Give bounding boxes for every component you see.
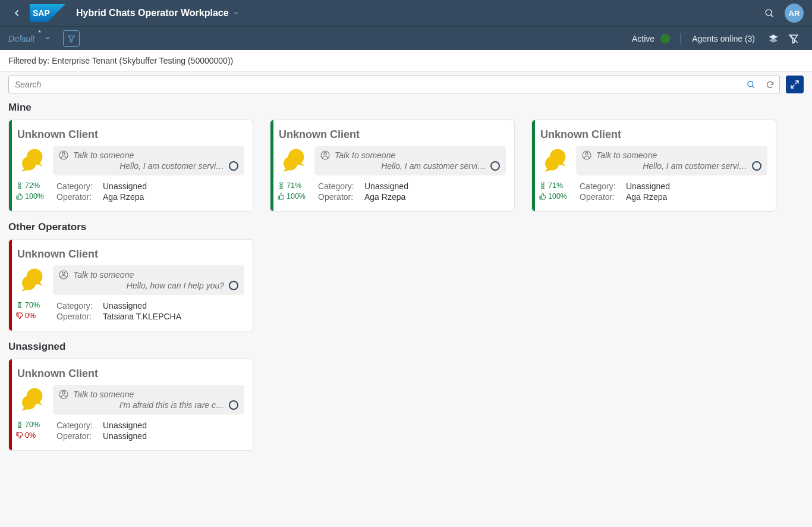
message-preview-box: Talk to someone Hello, I am customer ser… bbox=[314, 146, 506, 175]
svg-point-19 bbox=[324, 152, 326, 155]
operator-value: Aga Rzepa bbox=[626, 192, 667, 202]
timer-metric: 70% bbox=[16, 301, 51, 309]
category-label: Category: bbox=[318, 181, 361, 191]
hourglass-icon bbox=[16, 182, 23, 189]
card-meta: Category:Unassigned Operator:Aga Rzepa bbox=[318, 181, 506, 203]
svg-point-30 bbox=[22, 396, 36, 409]
hourglass-icon bbox=[539, 182, 546, 189]
svg-point-9 bbox=[747, 81, 753, 86]
status-label[interactable]: Active bbox=[632, 34, 654, 43]
category-value: Unassigned bbox=[103, 301, 147, 310]
talk-label: Talk to someone bbox=[73, 390, 134, 399]
status-stripe bbox=[270, 120, 273, 211]
svg-point-2 bbox=[766, 10, 772, 15]
chat-card[interactable]: Unknown Client Talk to someone He bbox=[8, 239, 253, 331]
message-preview-text: Hello, I am customer servi… bbox=[582, 161, 752, 171]
section-other: Other Operators Unknown Client Talk to s… bbox=[0, 217, 812, 336]
unread-indicator-icon bbox=[229, 400, 238, 410]
card-meta: Category:Unassigned Operator:Tatsiana T.… bbox=[56, 301, 244, 322]
sap-logo: SAP bbox=[30, 4, 65, 22]
hourglass-icon bbox=[16, 302, 23, 309]
thumbs-metric: 100% bbox=[278, 192, 312, 200]
back-button[interactable] bbox=[8, 4, 26, 22]
status-stripe bbox=[9, 120, 12, 211]
unread-indicator-icon bbox=[229, 161, 238, 171]
card-title: Unknown Client bbox=[279, 128, 506, 141]
chat-card[interactable]: Unknown Client Talk to someone I' bbox=[8, 359, 253, 451]
user-avatar[interactable]: AR bbox=[785, 4, 804, 23]
card-row: Unknown Client Talk to someone He bbox=[8, 239, 804, 331]
svg-point-15 bbox=[62, 152, 65, 155]
search-field[interactable] bbox=[8, 76, 780, 93]
message-preview-box: Talk to someone Hello, I am customer ser… bbox=[576, 146, 767, 175]
message-preview-text: Hello, I am customer servi… bbox=[59, 161, 229, 171]
svg-point-31 bbox=[62, 391, 65, 394]
category-label: Category: bbox=[56, 301, 99, 310]
timer-metric: 72% bbox=[16, 181, 51, 190]
app-title-text: Hybrid Chats Operator Workplace bbox=[76, 8, 229, 18]
variant-name: Default bbox=[8, 34, 34, 43]
operator-label: Operator: bbox=[56, 431, 99, 441]
svg-line-3 bbox=[770, 14, 773, 17]
expand-button[interactable] bbox=[786, 76, 804, 93]
agents-online-link[interactable]: Agents online (3) bbox=[692, 34, 755, 43]
operator-value: Aga Rzepa bbox=[364, 192, 405, 202]
metrics: 72% 100% bbox=[16, 181, 51, 203]
status-indicator-icon bbox=[660, 34, 670, 43]
thumbs-metric: 0% bbox=[16, 431, 51, 440]
section-title: Unassigned bbox=[8, 341, 804, 353]
app-title[interactable]: Hybrid Chats Operator Workplace bbox=[76, 8, 240, 18]
timer-metric: 71% bbox=[278, 181, 312, 190]
category-value: Unassigned bbox=[103, 181, 147, 191]
section-title: Other Operators bbox=[8, 221, 804, 233]
message-preview-text: Hello, how can I help you? bbox=[59, 281, 229, 290]
message-preview-text: I'm afraid this is this rare c… bbox=[59, 400, 229, 410]
divider bbox=[681, 33, 681, 44]
refresh-icon[interactable] bbox=[760, 80, 779, 89]
category-label: Category: bbox=[56, 421, 99, 430]
chat-bubbles-icon bbox=[16, 146, 49, 175]
chat-card[interactable]: Unknown Client Talk to someone He bbox=[8, 120, 253, 212]
status-stripe bbox=[9, 359, 12, 450]
status-stripe bbox=[9, 240, 12, 331]
clear-filter-button[interactable] bbox=[783, 33, 804, 44]
person-icon bbox=[320, 150, 330, 160]
global-search-button[interactable] bbox=[759, 2, 780, 24]
filter-button[interactable] bbox=[63, 30, 80, 47]
timer-metric: 70% bbox=[16, 421, 51, 429]
layers-button[interactable] bbox=[763, 33, 783, 44]
svg-point-22 bbox=[545, 156, 559, 170]
thumbs-metric: 0% bbox=[16, 312, 51, 320]
talk-label: Talk to someone bbox=[73, 270, 134, 280]
operator-label: Operator: bbox=[580, 192, 622, 202]
thumbs-icon bbox=[539, 193, 546, 200]
unread-indicator-icon bbox=[229, 281, 238, 290]
section-title: Mine bbox=[8, 102, 804, 114]
operator-value: Aga Rzepa bbox=[103, 192, 144, 202]
metrics: 70% 0% bbox=[16, 301, 51, 322]
status-stripe bbox=[532, 120, 535, 211]
svg-text:SAP: SAP bbox=[33, 8, 50, 18]
thumbs-down-icon bbox=[16, 312, 23, 319]
talk-label: Talk to someone bbox=[596, 150, 657, 160]
chat-bubbles-icon bbox=[16, 385, 49, 415]
timer-metric: 71% bbox=[539, 181, 574, 190]
chat-card[interactable]: Unknown Client Talk to someone He bbox=[531, 120, 776, 212]
svg-point-18 bbox=[284, 156, 297, 170]
variant-selector[interactable]: Default * bbox=[8, 34, 34, 43]
thumbs-metric: 100% bbox=[539, 192, 574, 200]
variant-dropdown[interactable] bbox=[44, 34, 51, 43]
category-label: Category: bbox=[56, 181, 99, 191]
chat-card[interactable]: Unknown Client Talk to someone He bbox=[270, 120, 515, 212]
search-input[interactable] bbox=[9, 76, 741, 93]
card-row: Unknown Client Talk to someone I' bbox=[8, 359, 804, 451]
page-toolbar: Default * Active Agents online (3) bbox=[0, 26, 812, 50]
search-icon[interactable] bbox=[741, 80, 760, 89]
search-row bbox=[0, 72, 812, 97]
unread-indicator-icon bbox=[490, 161, 500, 171]
operator-value: Tatsiana T.KLEPCHA bbox=[103, 312, 181, 321]
hourglass-icon bbox=[16, 421, 23, 428]
person-icon bbox=[582, 150, 591, 160]
card-meta: Category:Unassigned Operator:Aga Rzepa bbox=[56, 181, 244, 203]
svg-marker-4 bbox=[68, 36, 75, 42]
